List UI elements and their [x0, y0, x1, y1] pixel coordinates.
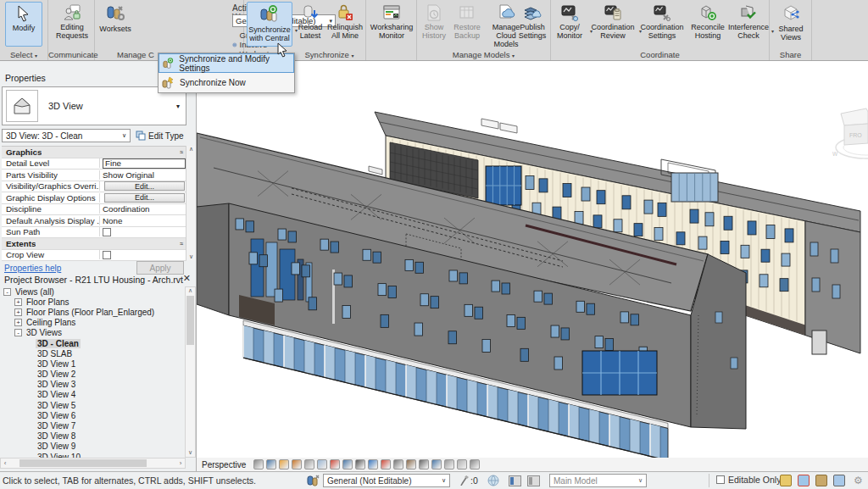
- editing-requests-button[interactable]: Editing Requests: [52, 2, 92, 47]
- modify-button[interactable]: Modify: [5, 2, 42, 47]
- publish-settings-button[interactable]: Publish Settings: [514, 2, 551, 47]
- worksharing-monitor-button[interactable]: Worksharing Monitor: [369, 2, 415, 47]
- tree-item[interactable]: 3D View 2: [0, 370, 186, 380]
- crop-view-checkbox[interactable]: [103, 251, 111, 259]
- tree-item[interactable]: 3D - Clean: [0, 338, 186, 348]
- editing-requests-indicator[interactable]: :0: [459, 475, 478, 486]
- tree-item[interactable]: 3D View 3: [0, 380, 186, 390]
- tree-item[interactable]: +Floor Plans (Floor Plan_Enlarged): [0, 307, 186, 317]
- properties-help-link[interactable]: Properties help: [4, 264, 61, 273]
- browser-close-icon[interactable]: ✕: [183, 273, 191, 284]
- background-icon[interactable]: [355, 459, 365, 470]
- lock-view-icon[interactable]: [393, 459, 403, 470]
- select-caption[interactable]: Select ▾: [0, 50, 47, 59]
- edit-type-button[interactable]: Edit Type: [134, 129, 186, 142]
- reload-latest-button[interactable]: Reload Latest: [294, 2, 326, 47]
- sun-path-checkbox[interactable]: [103, 228, 111, 236]
- sketchy-lines-icon[interactable]: [304, 459, 314, 470]
- property-row[interactable]: Graphic Display OptionsEdit...: [2, 192, 186, 204]
- apply-button[interactable]: Apply: [136, 261, 184, 275]
- tree-item[interactable]: 3D View 7: [0, 420, 186, 431]
- tree-horizontal-scrollbar[interactable]: ‹›: [0, 458, 186, 469]
- tree-item[interactable]: -Views (all): [0, 286, 186, 297]
- type-selector-arrow[interactable]: ▾: [176, 103, 180, 110]
- design-options-select[interactable]: Main Model∨: [549, 474, 647, 487]
- edit-button[interactable]: Edit...: [104, 193, 185, 203]
- selection-settings-gear-icon[interactable]: ⚙: [854, 475, 863, 486]
- select-pinned-icon[interactable]: [815, 475, 827, 486]
- temporary-isolate-icon[interactable]: [406, 459, 416, 470]
- tree-vertical-scrollbar[interactable]: ∧∨: [185, 286, 196, 458]
- property-row[interactable]: Default Analysis Display ...None: [2, 215, 186, 227]
- worksets-button[interactable]: Worksets: [97, 2, 134, 47]
- tree-item[interactable]: 3D View 10: [0, 452, 186, 458]
- tree-item[interactable]: +Ceiling Plans: [0, 318, 186, 328]
- section-graphics[interactable]: Graphics≈: [2, 147, 186, 158]
- tree-item-label: Ceiling Plans: [25, 318, 77, 327]
- copy-monitor-button[interactable]: Copy/ Monitor ▾: [553, 2, 587, 47]
- expand-bar-icon[interactable]: [470, 459, 480, 470]
- inactive-dialog-icon[interactable]: [527, 475, 540, 486]
- tree-expand-icon[interactable]: +: [14, 308, 22, 316]
- show-crop-icon[interactable]: [381, 459, 391, 470]
- tree-expand-icon[interactable]: +: [14, 298, 22, 306]
- shadows-icon[interactable]: [292, 459, 302, 470]
- coordination-review-button[interactable]: Coordination Review ▾: [590, 2, 636, 47]
- active-workset-dialog-icon[interactable]: [509, 475, 521, 486]
- visual-style-icon[interactable]: [266, 459, 276, 470]
- reveal-hidden-icon[interactable]: [419, 459, 429, 470]
- crop-view-icon[interactable]: [368, 459, 378, 470]
- tree-expand-icon[interactable]: -: [3, 288, 11, 296]
- tree-item[interactable]: 3D View 9: [0, 442, 186, 452]
- filter-icon[interactable]: [780, 475, 792, 486]
- property-row[interactable]: Detail LevelFine: [2, 158, 186, 170]
- edit-button[interactable]: Edit...: [104, 181, 185, 191]
- select-links-icon[interactable]: [798, 475, 810, 486]
- menu-item-synchronize-and-modify-settings[interactable]: Synchronize and Modify Settings: [159, 53, 294, 73]
- active-workset-status-select[interactable]: General (Not Editable)∨: [323, 474, 450, 487]
- constraints-icon[interactable]: [457, 459, 467, 470]
- property-row[interactable]: DisciplineCoordination: [2, 204, 186, 216]
- tree-item[interactable]: -3D Views: [0, 328, 186, 338]
- coordination-settings-button[interactable]: Coordination Settings: [639, 2, 685, 47]
- reconcile-hosting-button[interactable]: Reconcile Hosting: [688, 2, 727, 47]
- select-by-face-icon[interactable]: [833, 475, 845, 486]
- depth-cueing-icon[interactable]: [317, 459, 327, 470]
- tree-item[interactable]: 3D View 4: [0, 390, 186, 400]
- property-row[interactable]: Sun Path: [2, 227, 186, 239]
- temporary-properties-icon[interactable]: [444, 459, 454, 470]
- synchronize-with-central-button[interactable]: Synchronize with Central ▾: [247, 2, 292, 47]
- manage-models-caption[interactable]: Manage Models ▾: [417, 50, 550, 59]
- view-scale-icon[interactable]: [253, 459, 264, 470]
- property-row[interactable]: Visibility/Graphics Overri...Edit...: [2, 181, 186, 193]
- view-selector-combo[interactable]: 3D View: 3D - Clean∨: [2, 129, 131, 142]
- worksharing-display-icon[interactable]: [487, 475, 499, 486]
- tree-item[interactable]: +Floor Plans: [0, 297, 186, 307]
- section-extents[interactable]: Extents≈: [2, 238, 186, 250]
- tree-expand-icon[interactable]: +: [14, 319, 22, 326]
- interference-check-button[interactable]: Interference Check ▾: [729, 2, 768, 47]
- photo-exposure-icon[interactable]: [342, 459, 353, 470]
- editable-only-toggle[interactable]: Editable Only: [716, 475, 781, 485]
- property-row[interactable]: Crop View: [2, 250, 186, 262]
- shared-views-button[interactable]: Shared Views: [773, 2, 809, 47]
- property-row[interactable]: Parts VisibilityShow Original: [2, 169, 186, 181]
- tree-item[interactable]: 3D SLAB: [0, 348, 186, 358]
- editable-only-checkbox[interactable]: [716, 475, 725, 484]
- worksharing-display-icon[interactable]: [431, 459, 442, 470]
- relinquish-all-mine-button[interactable]: Relinquish All Mine: [326, 2, 364, 47]
- sun-path-icon[interactable]: [279, 459, 289, 470]
- tree-item[interactable]: 3D View 5: [0, 400, 186, 410]
- tree-item[interactable]: 3D View 8: [0, 431, 186, 442]
- tree-item[interactable]: 3D View 1: [0, 358, 186, 369]
- panel-worksharing-monitor: Worksharing Monitor: [366, 0, 417, 60]
- panel-share: Shared Views Share: [770, 0, 812, 60]
- drawing-area[interactable]: FROW Perspective: [197, 61, 868, 471]
- menu-item-synchronize-now[interactable]: Synchronize Now: [159, 73, 294, 92]
- tree-item[interactable]: 3D View 6: [0, 410, 186, 420]
- perspective-label[interactable]: Perspective: [202, 460, 246, 470]
- properties-scrollbar[interactable]: ∧∨: [186, 146, 196, 260]
- lighting-icon[interactable]: [330, 459, 340, 470]
- tree-expand-icon[interactable]: -: [14, 329, 22, 336]
- panel-coordinate: Copy/ Monitor ▾ Coordination Review ▾ Co…: [551, 0, 770, 60]
